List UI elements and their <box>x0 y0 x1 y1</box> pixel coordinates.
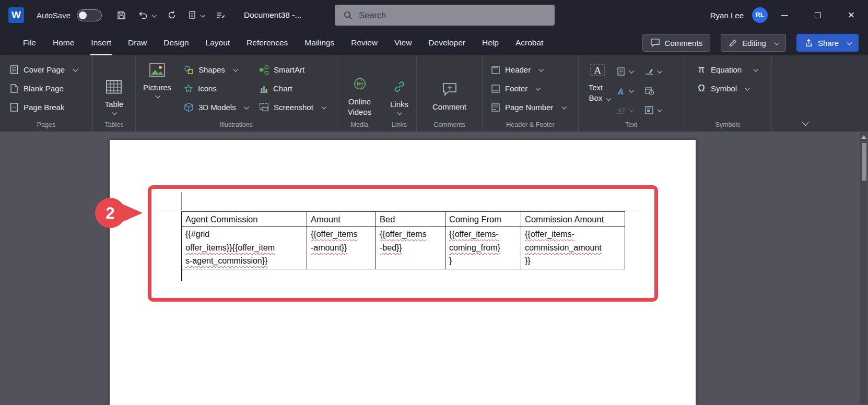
close-button[interactable]: × <box>835 0 868 30</box>
text-box-label: Text Box <box>585 82 606 103</box>
header-button[interactable]: Header <box>491 63 566 77</box>
search-input[interactable] <box>359 10 531 20</box>
signature-line-button[interactable] <box>644 67 673 76</box>
tab-developer[interactable]: Developer <box>420 30 474 55</box>
page-break-button[interactable]: Page Break <box>9 100 77 114</box>
maximize-button[interactable] <box>801 0 835 30</box>
highlight-box <box>148 185 658 302</box>
pi-icon: π <box>697 64 706 75</box>
table-button[interactable]: Table <box>105 72 124 115</box>
link-icon <box>393 80 406 93</box>
object-button[interactable] <box>644 105 673 115</box>
text-box-button[interactable]: A Text Box <box>579 55 616 132</box>
scrollbar-thumb[interactable] <box>862 143 866 181</box>
cover-page-button[interactable]: Cover Page <box>9 63 77 77</box>
screenshot-button[interactable]: Screenshot <box>259 100 325 114</box>
drop-cap-icon: A <box>616 106 626 114</box>
pencil-icon <box>729 39 737 47</box>
header-label: Header <box>505 65 531 74</box>
chevron-down-icon <box>233 67 238 72</box>
save-icon <box>116 10 126 20</box>
tab-insert[interactable]: Insert <box>83 30 120 55</box>
smartart-button[interactable]: SmartArt <box>259 63 325 77</box>
table-label: Table <box>105 99 124 110</box>
chevron-down-icon <box>847 40 852 45</box>
minimize-button[interactable] <box>768 0 801 30</box>
group-illustrations: Pictures Shapes Icons 3D Models <box>136 55 337 132</box>
tab-design[interactable]: Design <box>155 30 197 55</box>
tab-acrobat[interactable]: Acrobat <box>507 30 552 55</box>
svg-text:A: A <box>594 65 601 76</box>
screenshot-label: Screenshot <box>274 103 313 112</box>
undo-button[interactable] <box>138 10 156 20</box>
editing-button[interactable]: Editing <box>721 34 786 52</box>
models-3d-button[interactable]: 3D Models <box>184 100 257 114</box>
screenshot-icon <box>259 103 269 112</box>
tab-draw[interactable]: Draw <box>120 30 155 55</box>
tab-help[interactable]: Help <box>474 30 507 55</box>
page-number-button[interactable]: Page Number <box>491 100 566 114</box>
save-button[interactable] <box>116 10 126 20</box>
group-pages: Cover Page Blank Page Page Break Pages <box>0 55 93 132</box>
comment-label: Comment <box>432 102 466 112</box>
chart-button[interactable]: Chart <box>259 81 325 96</box>
tab-review[interactable]: Review <box>343 30 386 55</box>
chevron-down-icon <box>561 104 567 110</box>
tab-mailings[interactable]: Mailings <box>296 30 343 55</box>
group-label-symbols: Symbols <box>684 121 771 128</box>
comment-bubble-icon <box>650 38 660 47</box>
page-break-icon <box>9 102 19 112</box>
search-box[interactable] <box>335 5 555 26</box>
icons-label: Icons <box>198 84 217 93</box>
group-media: Online Videos Media <box>337 55 382 132</box>
document-canvas[interactable]: Agent Commission Amount Bed Coming From … <box>0 132 868 405</box>
comments-button[interactable]: Comments <box>642 34 711 52</box>
annotation-number: 2 <box>105 204 114 222</box>
comments-button-label: Comments <box>665 39 703 47</box>
quick-parts-button[interactable] <box>616 67 644 76</box>
tab-view[interactable]: View <box>386 30 420 55</box>
word-logo-letter: W <box>11 9 21 21</box>
scroll-up-arrow-icon[interactable] <box>861 135 866 139</box>
tab-layout[interactable]: Layout <box>197 30 239 55</box>
word-logo[interactable]: W <box>8 7 24 23</box>
page-number-icon <box>491 103 500 112</box>
share-button[interactable]: Share <box>796 34 859 52</box>
quick-access-document-button[interactable] <box>188 10 204 20</box>
tab-file[interactable]: File <box>15 30 44 55</box>
equation-button[interactable]: π Equation <box>697 63 757 77</box>
share-icon <box>804 39 813 47</box>
chevron-down-icon <box>657 68 662 74</box>
chevron-down-icon <box>629 88 634 93</box>
shapes-button[interactable]: Shapes <box>184 63 257 77</box>
chevron-down-icon <box>244 104 249 110</box>
collapse-ribbon-button[interactable] <box>802 119 809 126</box>
pictures-label: Pictures <box>143 82 171 93</box>
chevron-down-icon <box>155 93 160 99</box>
text-box-icon: A <box>590 62 605 78</box>
date-time-button[interactable] <box>644 86 673 96</box>
pictures-button[interactable]: Pictures <box>136 55 179 132</box>
wordart-button[interactable]: A <box>616 87 644 95</box>
blank-page-button[interactable]: Blank Page <box>9 81 77 96</box>
chart-label: Chart <box>273 84 292 93</box>
online-videos-button[interactable]: Online Videos <box>342 69 378 117</box>
tab-home[interactable]: Home <box>44 30 83 55</box>
chart-icon <box>259 84 268 93</box>
tab-references[interactable]: References <box>238 30 296 55</box>
drop-cap-button[interactable]: A <box>616 106 644 114</box>
vertical-scrollbar[interactable] <box>860 133 867 404</box>
icons-button[interactable]: Icons <box>184 81 257 96</box>
omega-icon: Ω <box>697 83 706 94</box>
customize-quick-access-button[interactable] <box>216 11 225 19</box>
search-icon <box>343 10 353 20</box>
avatar[interactable]: RL <box>752 7 768 23</box>
links-button[interactable]: Links <box>390 72 408 115</box>
signature-line-icon <box>644 67 654 76</box>
new-comment-icon <box>442 82 458 97</box>
autosave-toggle[interactable] <box>77 9 102 21</box>
footer-button[interactable]: Footer <box>491 81 566 96</box>
symbol-button[interactable]: Ω Symbol <box>697 81 757 96</box>
comment-button[interactable]: Comment <box>432 75 466 112</box>
redo-button[interactable] <box>167 10 177 20</box>
